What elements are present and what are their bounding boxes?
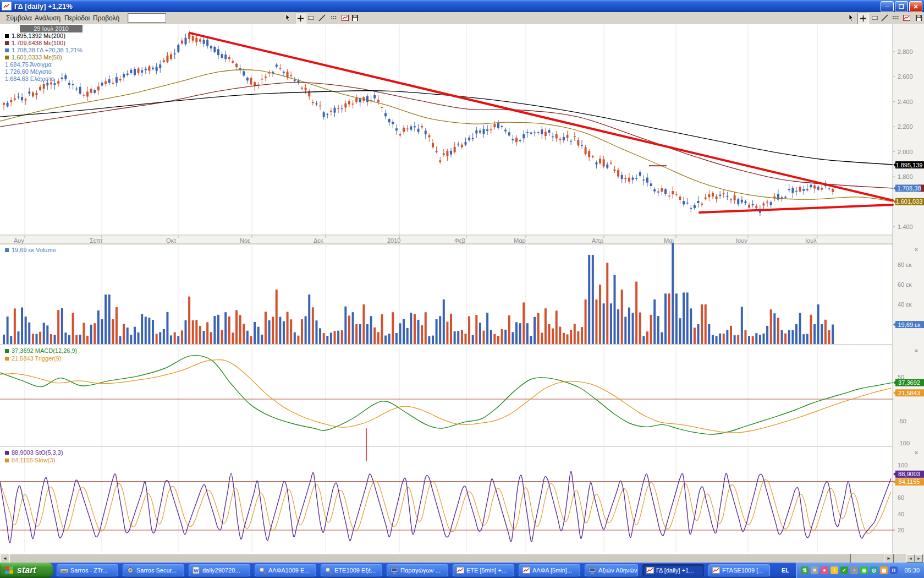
offline-icon[interactable]: ✕	[811, 566, 818, 574]
magnifier-icon	[258, 566, 266, 574]
update-check-icon[interactable]: ✓	[840, 566, 848, 574]
close-button[interactable]: ✕	[909, 1, 922, 12]
crosshair-tool-icon[interactable]	[857, 13, 869, 24]
crosshair-tool-icon[interactable]	[295, 13, 306, 24]
volume-axis-label: 80 εκ	[898, 261, 912, 268]
antivirus-icon[interactable]: ◉	[860, 566, 868, 574]
chart-area[interactable]: ΑυγΣεπτΟκτΝοεΔεκ2010ΦεβΜαρΑπρΜαιΙουνΙουλ…	[0, 24, 924, 554]
taskbar-button-5[interactable]: Παραγώγων ...	[387, 564, 448, 576]
chart-window-tool-icon[interactable]	[901, 13, 912, 23]
remote-app-icon[interactable]: R	[890, 566, 898, 574]
value-tag: 37,3692	[898, 379, 920, 386]
x-axis-label: Ιουν	[736, 237, 747, 244]
price-axis-label: 2.400	[898, 99, 913, 105]
stoch-axis-label: 100	[898, 462, 908, 468]
save-tool-icon[interactable]	[914, 13, 924, 23]
pointer-tool-icon[interactable]	[283, 13, 293, 23]
scroll-left-button[interactable]: ◄	[0, 554, 10, 563]
taskbar-button-7[interactable]: ΑΛΦΑ [5min]...	[519, 564, 580, 576]
price-axis-label: 2.600	[898, 73, 913, 80]
line-style-tool-icon[interactable]	[329, 13, 339, 23]
taskbar-button-label: ΑΛΦΑ1009 Ε...	[268, 567, 310, 574]
macd-axis-label: -50	[898, 418, 906, 424]
scheduler-icon[interactable]: ◔	[850, 566, 858, 574]
start-label: start	[17, 565, 36, 575]
panel-close-icon[interactable]: ×	[913, 246, 920, 253]
scrollbar-thumb[interactable]	[9, 554, 851, 563]
taskbar-button-label: Αξιών Αθηνών	[598, 567, 637, 574]
menu-bar: ΣύμβολαΑνάλυσηΠερίοδοιΠροβολή	[0, 12, 924, 25]
stoch-axis-label: 40	[898, 511, 904, 517]
taskbar-button-4[interactable]: ΕΤΕ1009 Εξέ...	[321, 564, 382, 576]
chart-canvas[interactable]: ΑυγΣεπτΟκτΝοεΔεκ2010ΦεβΜαρΑπρΜαιΙουνΙουλ…	[0, 24, 924, 554]
x-axis-label: Νοε	[240, 237, 250, 244]
taskbar-button-label: ΑΛΦΑ [5min]...	[532, 567, 572, 574]
chart-icon	[712, 566, 720, 574]
symbol-input[interactable]	[128, 13, 166, 23]
shift-left-button[interactable]: ◄	[906, 554, 915, 563]
region-select-tool-icon[interactable]	[870, 13, 880, 23]
word-icon: W	[192, 566, 200, 574]
taskbar-button-label: ΓΔ [daily] +1...	[656, 567, 694, 574]
volume-axis-label: 40 εκ	[898, 301, 912, 308]
value-tag: 19,69 εκ	[898, 321, 921, 328]
stoch-axis-label: 20	[898, 527, 904, 533]
window-titlebar: ΓΔ [daily] +1,21% ─ ❐ ✕	[0, 0, 924, 12]
price-axis-label: 2.800	[898, 48, 913, 55]
x-axis-label: Αυγ	[14, 237, 24, 244]
trendline-tool-icon[interactable]	[879, 13, 890, 23]
menu-item-1[interactable]: Ανάλυση	[31, 12, 64, 24]
monitor-icon	[588, 566, 596, 574]
value-tag: 1.601,033	[896, 198, 923, 205]
value-tag: 1.895,139	[896, 162, 923, 168]
horizontal-scrollbar[interactable]: ◄ ► ◄ ►	[0, 554, 924, 563]
trendline-tool-icon[interactable]	[317, 13, 327, 23]
taskbar-button-label: ΕΤΕ [5min] +...	[466, 567, 507, 574]
mail-doc-icon[interactable]: ▤	[880, 566, 888, 574]
taskbar-button-label: Παραγώγων ...	[400, 567, 441, 574]
menu-item-3[interactable]: Προβολή	[89, 12, 123, 24]
app-chart-icon	[2, 2, 12, 10]
restore-button[interactable]: ❐	[895, 1, 908, 12]
x-axis-label: Δεκ	[314, 237, 323, 244]
taskbar-button-0[interactable]: Sarros - ZTr...	[57, 564, 118, 576]
taskbar-button-2[interactable]: Wdaily290720...	[189, 564, 250, 576]
start-button[interactable]: start	[0, 563, 53, 578]
value-tag: 88,9003	[898, 471, 920, 477]
value-tag: 1.708,38	[898, 185, 921, 192]
taskbar-button-1[interactable]: Sarros Secur...	[123, 564, 184, 576]
chart-icon	[646, 566, 654, 574]
x-axis-label: Απρ	[592, 237, 603, 244]
region-select-tool-icon[interactable]	[306, 13, 316, 23]
taskbar-button-8[interactable]: Αξιών Αθηνών	[585, 564, 638, 576]
line-style-tool-icon[interactable]	[890, 13, 901, 23]
sync-icon[interactable]: ⇅	[801, 566, 809, 574]
shift-right-button[interactable]: ►	[915, 554, 923, 563]
taskbar-button-label: FTASE1009 [...	[722, 567, 763, 574]
save-tool-icon[interactable]	[350, 13, 360, 23]
application-window: ΓΔ [daily] +1,21% ─ ❐ ✕ ΣύμβολαΑνάλυσηΠε…	[0, 0, 924, 578]
panel-close-icon[interactable]: ×	[913, 347, 920, 354]
macd-axis-label: -100	[898, 440, 910, 446]
taskbar-button-9[interactable]: ΓΔ [daily] +1...	[642, 564, 704, 576]
messenger-icon[interactable]: ●	[821, 566, 828, 574]
alert-shield-icon[interactable]: !	[831, 566, 838, 574]
minimize-button[interactable]: ─	[881, 1, 894, 12]
svg-text:W: W	[194, 568, 199, 574]
scroll-right-button[interactable]: ►	[884, 554, 894, 563]
value-tag: 21,5843	[898, 390, 920, 396]
price-axis-label: 2.200	[898, 123, 913, 130]
monitor-eye-icon[interactable]: ◎	[870, 566, 878, 574]
taskbar-button-10[interactable]: FTASE1009 [...	[708, 564, 770, 576]
chart-window-tool-icon[interactable]	[340, 13, 350, 23]
pointer-tool-icon[interactable]	[846, 13, 856, 23]
magnifier-icon	[324, 566, 332, 574]
x-axis-label: Ιουλ	[805, 237, 817, 244]
panel-close-icon[interactable]: ×	[913, 449, 920, 456]
taskbar-button-3[interactable]: ΑΛΦΑ1009 Ε...	[255, 564, 316, 576]
taskbar-button-6[interactable]: ΕΤΕ [5min] +...	[453, 564, 514, 576]
price-axis-label: 2.000	[898, 149, 913, 155]
window-title: ΓΔ [daily] +1,21%	[14, 2, 73, 10]
language-indicator[interactable]: EL	[777, 565, 794, 576]
chart-icon	[522, 566, 530, 574]
